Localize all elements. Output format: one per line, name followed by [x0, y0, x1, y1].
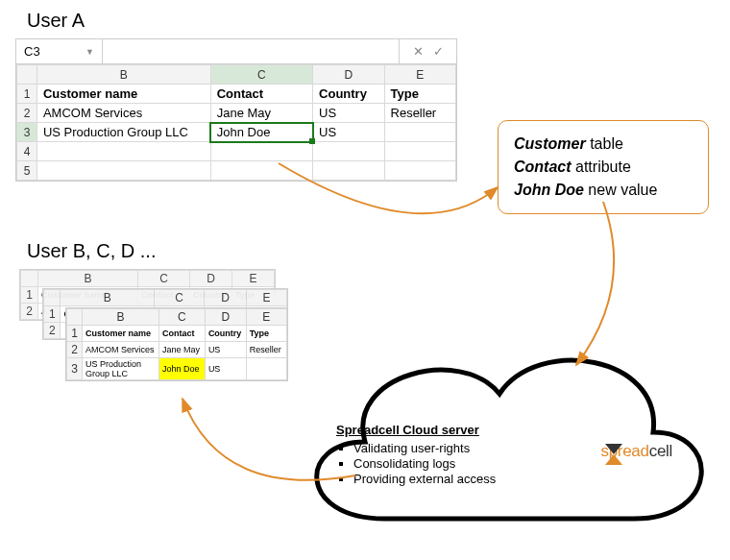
cell-E2[interactable]: Reseller — [384, 104, 455, 123]
cloud-title: Spreadcell Cloud server — [336, 423, 496, 437]
change-callout: Customer table Contact attribute John Do… — [498, 120, 709, 214]
mini-sheet-3: BCDE 1Customer nameContactCountryType 2A… — [65, 307, 288, 381]
cell-B4[interactable] — [36, 142, 210, 161]
col-header-E[interactable]: E — [384, 65, 455, 85]
cell-D2[interactable]: US — [313, 104, 384, 123]
callout-contact: Contact — [514, 158, 572, 175]
svg-marker-0 — [605, 444, 622, 454]
col-header-C[interactable]: C — [210, 65, 312, 85]
formula-bar[interactable] — [103, 39, 399, 63]
cancel-icon[interactable]: ✕ — [413, 44, 424, 59]
callout-value: John Doe — [514, 182, 584, 198]
row-header-4[interactable]: 4 — [17, 142, 37, 161]
highlighted-updated-cell: John Doe — [158, 358, 205, 380]
cell-B3[interactable]: US Production Group LLC — [36, 123, 210, 142]
confirm-icon[interactable]: ✓ — [433, 44, 444, 59]
header-contact[interactable]: Contact — [210, 85, 312, 104]
cloud-item-3: Providing external access — [353, 472, 496, 486]
header-customer[interactable]: Customer name — [36, 85, 210, 104]
col-header-D[interactable]: D — [313, 65, 384, 85]
name-box-dropdown-icon[interactable]: ▼ — [85, 47, 94, 57]
spreadsheet-user-a: C3 ▼ ✕ ✓ B C D E 1 Customer name Contact… — [15, 38, 457, 182]
cell-C2[interactable]: Jane May — [210, 104, 312, 123]
logo-text-2: cell — [649, 442, 672, 460]
user-a-title: User A — [27, 10, 85, 32]
svg-marker-1 — [605, 454, 622, 465]
logo-mark-icon — [601, 442, 626, 467]
cell-C3-active[interactable]: John Doe — [210, 123, 312, 142]
grid-user-a[interactable]: B C D E 1 Customer name Contact Country … — [16, 64, 456, 181]
formula-controls: ✕ ✓ — [399, 39, 456, 63]
row-header-2[interactable]: 2 — [17, 104, 37, 123]
user-bcd-title: User B, C, D ... — [27, 240, 156, 262]
cloud-item-1: Validating user-rights — [353, 441, 496, 455]
spreadcell-logo: spreadcell — [601, 442, 673, 461]
row-header-1[interactable]: 1 — [17, 85, 37, 104]
cell-reference: C3 — [24, 44, 40, 59]
cloud-item-2: Consolidating logs — [353, 456, 496, 471]
cell-B2[interactable]: AMCOM Services — [36, 104, 210, 123]
row-header-3[interactable]: 3 — [17, 123, 37, 142]
callout-customer: Customer — [514, 135, 586, 152]
stacked-spreadsheets: BCDE 1Customer nameContactCountryType 2A… — [19, 269, 288, 403]
row-header-5[interactable]: 5 — [17, 161, 37, 181]
header-country[interactable]: Country — [313, 85, 384, 104]
cell-B5[interactable] — [36, 161, 210, 181]
cell-E3[interactable] — [384, 123, 455, 142]
cell-name-box[interactable]: C3 ▼ — [16, 39, 103, 63]
cloud-server: Spreadcell Cloud server Validating user-… — [279, 307, 720, 548]
cell-D3[interactable]: US — [313, 123, 384, 142]
col-header-B[interactable]: B — [36, 65, 210, 85]
header-type[interactable]: Type — [384, 85, 455, 104]
